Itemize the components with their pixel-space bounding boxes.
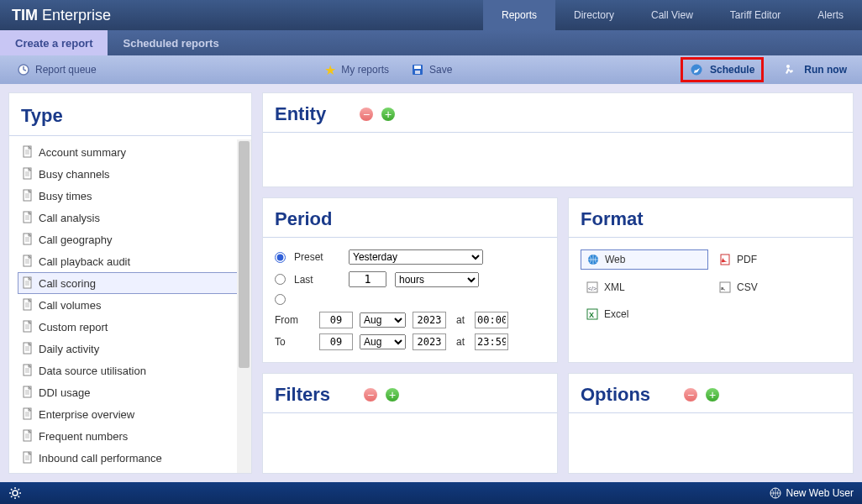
star-icon: ★ [324, 62, 336, 78]
type-item[interactable]: Frequent numbers [18, 425, 248, 447]
entity-remove-button[interactable]: − [360, 108, 373, 121]
type-item[interactable]: Daily activity [18, 338, 248, 360]
type-item[interactable]: Call scoring [18, 272, 248, 294]
period-from-month[interactable]: Aug [360, 312, 406, 328]
svg-text:a,: a, [721, 286, 725, 291]
document-icon [22, 320, 34, 333]
schedule-button[interactable]: Schedule [681, 57, 764, 82]
period-from-year[interactable] [413, 312, 446, 328]
document-icon [22, 386, 34, 399]
xml-icon: </> [586, 281, 599, 294]
period-from-time[interactable] [475, 312, 508, 328]
svg-rect-69 [721, 255, 729, 265]
my-reports-label: My reports [341, 64, 389, 76]
period-preset-radio[interactable] [275, 252, 286, 263]
type-item[interactable]: Busy channels [18, 163, 248, 185]
document-icon [22, 342, 34, 355]
document-icon [22, 429, 34, 443]
type-item[interactable]: Inbound call performance [18, 447, 248, 469]
type-item-label: Frequent numbers [39, 430, 128, 443]
options-remove-button[interactable]: − [684, 388, 697, 402]
svg-text:</>: </> [588, 286, 597, 291]
period-last-radio[interactable] [275, 274, 286, 285]
type-item-label: Data source utilisation [39, 365, 146, 377]
format-xml[interactable]: </> XML [581, 278, 708, 297]
save-button[interactable]: Save [411, 63, 452, 76]
type-item[interactable]: Custom report [18, 316, 248, 338]
nav-tariff-editor[interactable]: Tariff Editor [712, 0, 799, 30]
report-queue-button[interactable]: Report queue [17, 63, 97, 76]
nav-reports[interactable]: Reports [483, 0, 555, 30]
filters-remove-button[interactable]: − [364, 388, 377, 402]
period-from-day[interactable] [319, 312, 353, 328]
gear-icon[interactable] [8, 486, 22, 500]
nav-alerts[interactable]: Alerts [799, 0, 862, 30]
period-preset-select[interactable]: Yesterday [349, 249, 483, 265]
svg-line-83 [11, 496, 13, 498]
options-panel: Options − + [568, 373, 854, 474]
period-panel: Period Preset Yesterday Last hours [262, 197, 558, 363]
my-reports-button[interactable]: ★ My reports [324, 62, 389, 78]
type-item[interactable]: Call analysis [18, 207, 248, 228]
period-last-unit-select[interactable]: hours [395, 272, 479, 287]
type-item-label: Enterprise overview [39, 408, 134, 421]
type-item[interactable]: DDI usage [18, 381, 248, 403]
type-item[interactable]: Enterprise overview [18, 403, 248, 425]
options-add-button[interactable]: + [706, 388, 719, 402]
content: Type Account summaryBusy channelsBusy ti… [0, 84, 862, 482]
run-now-button[interactable]: Run now [777, 63, 854, 76]
period-to-time[interactable] [475, 333, 508, 350]
nav-directory[interactable]: Directory [555, 0, 633, 30]
type-item[interactable]: Call playback audit [18, 250, 248, 272]
svg-point-7 [786, 65, 790, 68]
format-xml-label: XML [604, 281, 625, 293]
type-item[interactable]: Call geography [18, 228, 248, 250]
format-csv[interactable]: a, CSV [713, 278, 841, 297]
filters-add-button[interactable]: + [386, 388, 399, 402]
period-last-n-input[interactable] [349, 271, 386, 287]
period-to-label: To [275, 336, 313, 348]
svg-text:X: X [589, 311, 594, 319]
document-icon [22, 189, 34, 202]
type-item[interactable]: Account summary [18, 141, 248, 163]
tab-scheduled-reports[interactable]: Scheduled reports [108, 30, 234, 55]
type-item-label: Call volumes [39, 299, 101, 312]
format-web[interactable]: Web [581, 249, 708, 270]
brand: TIM Enterprise [0, 0, 123, 30]
status-user[interactable]: New Web User [770, 487, 854, 499]
type-item-label: Custom report [39, 321, 108, 333]
type-scrollbar-thumb[interactable] [239, 141, 250, 368]
period-to-month[interactable]: Aug [360, 334, 406, 349]
type-item[interactable]: Data source utilisation [18, 360, 248, 381]
save-icon [411, 63, 424, 76]
period-to-year[interactable] [413, 333, 446, 350]
format-excel[interactable]: X Excel [581, 305, 708, 323]
type-item[interactable]: Busy times [18, 185, 248, 207]
statusbar: New Web User [0, 482, 862, 504]
svg-line-2 [24, 70, 26, 71]
svg-rect-5 [415, 71, 420, 74]
nav-callview[interactable]: Call View [633, 0, 712, 30]
options-title: Options [581, 384, 650, 406]
toolbar: Report queue ★ My reports Save Schedule … [0, 55, 862, 84]
entity-add-button[interactable]: + [381, 108, 395, 121]
period-preset-label: Preset [294, 251, 340, 263]
type-title: Type [9, 93, 251, 136]
tab-create-report[interactable]: Create a report [0, 30, 108, 55]
period-to-day[interactable] [319, 333, 353, 350]
svg-point-76 [13, 491, 18, 496]
type-scrollbar[interactable] [237, 139, 251, 473]
period-range-radio[interactable] [275, 294, 286, 305]
period-last-label: Last [294, 274, 340, 286]
format-pdf-label: PDF [737, 254, 757, 265]
format-pdf[interactable]: PDF [713, 249, 841, 270]
type-panel: Type Account summaryBusy channelsBusy ti… [8, 92, 252, 474]
period-from-at: at [456, 314, 465, 326]
type-list: Account summaryBusy channelsBusy timesCa… [18, 141, 248, 473]
period-title: Period [275, 208, 332, 230]
svg-point-6 [691, 65, 702, 76]
globe-icon [770, 487, 781, 499]
type-item[interactable]: Call volumes [18, 294, 248, 316]
excel-icon: X [586, 307, 599, 321]
run-icon [784, 63, 797, 76]
